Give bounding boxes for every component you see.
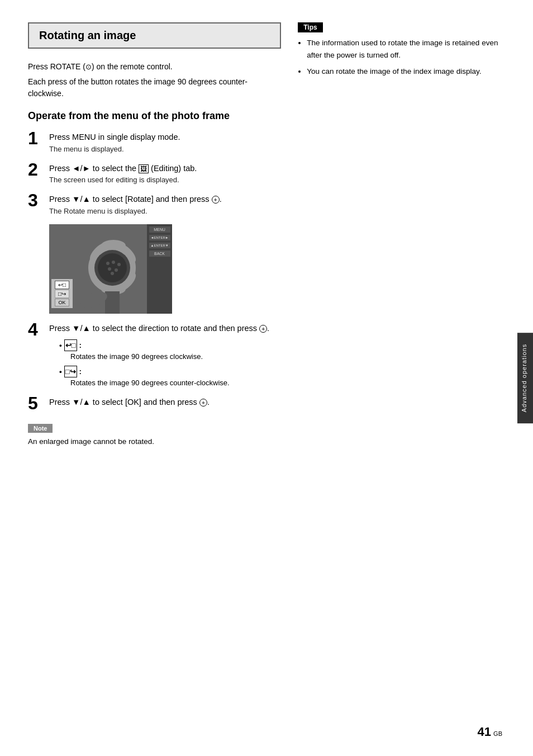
enter-icon-4: + <box>259 325 267 333</box>
svg-point-13 <box>117 263 121 266</box>
svg-point-11 <box>106 262 110 265</box>
page-number-area: 41 GB <box>478 725 502 739</box>
step-3: 3 Press ▼/▲ to select [Rotate] and then … <box>28 193 281 216</box>
step-5-main: Press ▼/▲ to select [OK] and then press … <box>49 396 281 409</box>
step-3-main: Press ▼/▲ to select [Rotate] and then pr… <box>49 193 281 206</box>
step-1-main: Press MENU in single display mode. <box>49 131 281 144</box>
step-2-content: Press ◄/► to select the 🖼 (Editing) tab.… <box>49 163 281 186</box>
svg-point-10 <box>98 253 127 282</box>
step-1-number: 1 <box>28 129 49 147</box>
intro-line2: Each press of the button rotates the ima… <box>28 76 281 100</box>
step-4-bullet1-label: • ↩□: <box>59 339 281 352</box>
subsection-heading: Operate from the menu of the photo frame <box>28 110 281 122</box>
enter-icon: + <box>212 196 220 204</box>
vertical-tab-text: Advanced operations <box>521 344 527 412</box>
rotate-ok-button[interactable]: OK <box>55 299 69 306</box>
step-4-bullet2-desc: Rotates the image 90 degrees counter-clo… <box>70 377 281 389</box>
subsection-heading-text: Operate from the menu of the photo frame <box>28 110 230 121</box>
rotate-cw-option[interactable]: ↩□ <box>55 281 69 289</box>
step-2-main: Press ◄/► to select the 🖼 (Editing) tab. <box>49 163 281 175</box>
step-3-sub: The Rotate menu is displayed. <box>49 206 281 217</box>
section-title-text: Rotating an image <box>39 29 136 41</box>
tips-list: The information used to rotate the image… <box>307 37 505 78</box>
intro-paragraph: Press ROTATE (⊙) on the remote control. <box>28 61 281 73</box>
step-3-content: Press ▼/▲ to select [Rotate] and then pr… <box>49 193 281 216</box>
tips-box: Tips The information used to rotate the … <box>298 22 505 78</box>
step-1-content: Press MENU in single display mode. The m… <box>49 131 281 154</box>
svg-point-14 <box>108 267 111 271</box>
step-4-bullet1: • ↩□: Rotates the image 90 degrees clock… <box>59 339 281 362</box>
step-2-number: 2 <box>28 160 49 178</box>
step-3-number: 3 <box>28 191 49 209</box>
note-text: An enlarged image cannot be rotated. <box>28 436 281 447</box>
svg-point-16 <box>111 272 114 275</box>
intro-line1-end: ) on the remote control. <box>92 62 173 71</box>
step-5: 5 Press ▼/▲ to select [OK] and then pres… <box>28 396 281 412</box>
svg-rect-17 <box>105 291 120 314</box>
step-4: 4 Press ▼/▲ to select the direction to r… <box>28 323 281 389</box>
vertical-tab: Advanced operations <box>517 333 533 423</box>
section-title: Rotating an image <box>28 22 281 49</box>
intro-line1: Press ROTATE ( <box>28 62 85 71</box>
rotate-menu-screenshot: MENU ◄ENTER► ▲ENTER▼ BACK ↩□ □↪ OK <box>49 224 172 314</box>
enter-icon-5: + <box>199 399 207 407</box>
svg-point-15 <box>115 268 118 272</box>
step-1-sub: The menu is displayed. <box>49 144 281 155</box>
left-column: Rotating an image Press ROTATE (⊙) on th… <box>28 22 281 447</box>
tip-1: The information used to rotate the image… <box>307 37 505 61</box>
step-2-sub: The screen used for editing is displayed… <box>49 174 281 186</box>
step-4-bullet2-label: • □↪: <box>59 366 281 378</box>
menu-item-back: BACK <box>149 251 170 257</box>
svg-point-12 <box>112 261 115 264</box>
step-2: 2 Press ◄/► to select the 🖼 (Editing) ta… <box>28 163 281 186</box>
step-4-number: 4 <box>28 320 49 338</box>
step-4-bullet2: • □↪: Rotates the image 90 degrees count… <box>59 366 281 389</box>
step-4-content: Press ▼/▲ to select the direction to rot… <box>49 323 281 389</box>
step-1: 1 Press MENU in single display mode. The… <box>28 131 281 154</box>
step-5-number: 5 <box>28 394 49 412</box>
page: Rotating an image Press ROTATE (⊙) on th… <box>0 0 533 756</box>
step-4-main: Press ▼/▲ to select the direction to rot… <box>49 323 281 335</box>
right-column: Tips The information used to rotate the … <box>298 22 505 447</box>
side-menu-overlay: MENU ◄ENTER► ▲ENTER▼ BACK <box>147 224 172 314</box>
step-5-content: Press ▼/▲ to select [OK] and then press … <box>49 396 281 409</box>
rotate-symbol-icon: ⊙ <box>85 63 92 71</box>
tips-label: Tips <box>298 22 322 32</box>
menu-item-enter: ◄ENTER► <box>149 235 170 240</box>
note-box: Note An enlarged image cannot be rotated… <box>28 423 281 447</box>
tip-2: You can rotate the image of the index im… <box>307 65 505 78</box>
menu-item-nav: ▲ENTER▼ <box>149 243 170 248</box>
menu-item-menu: MENU <box>149 226 170 233</box>
rotate-ccw-option[interactable]: □↪ <box>55 290 69 298</box>
note-label: Note <box>28 424 53 433</box>
page-number: 41 <box>478 725 491 739</box>
page-suffix: GB <box>493 730 502 737</box>
tip-1-text: The information used to rotate the image… <box>307 39 498 59</box>
step-4-bullet1-desc: Rotates the image 90 degrees clockwise. <box>70 351 281 362</box>
tip-2-text: You can rotate the image of the index im… <box>307 67 481 75</box>
rotate-menu-panel: ↩□ □↪ OK <box>51 279 73 308</box>
